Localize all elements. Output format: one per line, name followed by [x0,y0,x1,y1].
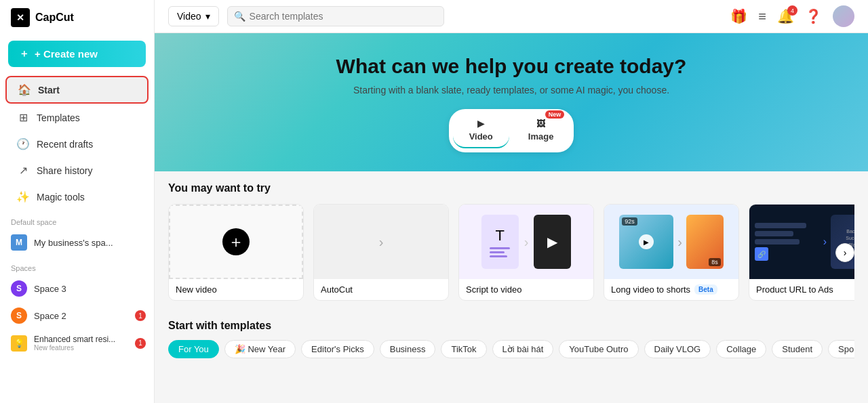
video-tab-icon: ▶ [477,119,484,129]
templates-icon: ⊞ [16,111,30,124]
template-tags-row: For You 🎉 New Year Editor's Picks Busine… [168,340,854,358]
hero-title: What can we help you create today? [168,55,854,78]
notification-icon[interactable]: 🔔 4 [777,8,794,24]
script-thumb: T › ▶ [459,205,593,279]
arrow-right-icon: › [379,210,384,274]
default-space-name: My business's spa... [34,238,113,248]
script-to-video-card[interactable]: T › ▶ Script to video [458,204,594,301]
long-video-card[interactable]: 92s ▶ › 8s Long video to shorts Beta [604,204,739,301]
magic-icon: ✨ [16,190,30,203]
new-badge: New [545,110,565,119]
autocut-label: AutoCut [314,279,448,300]
space2-item[interactable]: S Space 2 1 [0,302,154,329]
long-video-block1: 92s ▶ [619,215,673,269]
topbar: Video ▾ 🔍 🎁 ≡ 🔔 4 ❓ [155,0,868,33]
sidebar: ✕ CapCut ＋ + Create new 🏠 Start ← ⊞ Temp… [0,0,155,403]
tag-sport[interactable]: Sport [828,340,854,358]
clock-icon: 🕐 [16,137,30,150]
space3-item[interactable]: S Space 3 [0,275,154,302]
tag-daily-vlog[interactable]: Daily VLOG [644,340,711,358]
new-video-thumb: ＋ [169,205,303,279]
try-section: You may want to try ＋ New video New Fash… [155,171,868,312]
default-space-avatar: M [11,234,27,251]
try-section-title: You may want to try [168,182,854,194]
plus-circle-icon: ＋ [222,228,250,255]
search-wrapper: 🔍 [227,6,444,26]
plus-icon: ＋ [19,47,29,60]
tag-youtube-outro[interactable]: YouTube Outro [559,340,638,358]
create-new-button[interactable]: ＋ + Create new [8,41,146,67]
tag-business[interactable]: Business [380,340,436,358]
sidebar-item-share-history[interactable]: ↗ Share history [5,158,149,183]
menu-icon[interactable]: ≡ [758,9,766,24]
default-space-label: Default space [0,210,154,229]
space3-label: Space 3 [34,284,66,294]
sidebar-item-start[interactable]: 🏠 Start ← [5,76,149,104]
templates-section: Start with templates For You 🎉 New Year … [155,312,868,366]
sidebar-item-templates[interactable]: ⊞ Templates [5,105,149,130]
tag-collage[interactable]: Collage [716,340,766,358]
tag-loi-bai-hat[interactable]: Lời bài hát [492,340,554,358]
beta-badge: Beta [694,284,717,295]
content-area: What can we help you create today? Start… [155,33,868,403]
tag-student[interactable]: Student [772,340,823,358]
new-video-card[interactable]: ＋ New video [168,204,304,301]
autocut-card[interactable]: New Fashion Style › ▶ AutoCut [313,204,449,301]
hero-subtitle: Starting with a blank slate, ready templ… [168,85,854,96]
image-tab-icon: 🖼 [536,119,545,129]
link-icon: 🔗 [755,247,768,261]
lv-arrow-icon: › [677,234,682,250]
tag-for-you[interactable]: For You [168,340,219,358]
share-icon: ↗ [16,164,30,177]
spaces-label: Spaces [0,256,154,275]
main-content: Video ▾ 🔍 🎁 ≡ 🔔 4 ❓ What can we help you… [155,0,868,403]
tab-video[interactable]: ▶ Video [453,113,509,148]
gift-icon[interactable]: 🎁 [730,8,747,24]
space2-label: Space 2 [34,311,66,321]
long-video-label-text: Long video to shorts [611,284,690,295]
notification-badge: 4 [787,5,797,16]
logo-text: CapCut [35,12,74,24]
enhanced-smart-item[interactable]: 💡 Enhanced smart resi... New features 1 [0,329,154,357]
long-video-label: Long video to shorts Beta [604,279,738,300]
hero-tabs: ▶ Video New 🖼 Image [449,109,574,152]
space2-badge: 1 [135,310,146,321]
enhanced-sub: New features [34,344,115,352]
product-thumb: 🔗 › Back toSucce...BlackFrida... [749,205,854,279]
duration-tag2: 8s [709,258,721,266]
tag-tiktok[interactable]: TikTok [441,340,486,358]
sidebar-item-start-label: Start [38,85,60,96]
sidebar-item-templates-label: Templates [37,112,80,123]
home-icon: 🏠 [18,83,31,96]
hero-banner: What can we help you create today? Start… [155,33,868,171]
logo: ✕ CapCut [0,8,154,35]
tab-image[interactable]: New 🖼 Image [512,113,570,148]
sidebar-item-magic-tools-label: Magic tools [37,192,85,203]
tag-editors-picks[interactable]: Editor's Picks [301,340,374,358]
chevron-down-icon: ▾ [205,11,210,22]
script-text-icon: T [481,215,519,269]
tag-new-year[interactable]: 🎉 New Year [224,340,296,358]
product-left: 🔗 [755,223,819,261]
filter-dropdown[interactable]: Video ▾ [168,6,219,26]
default-space-item[interactable]: M My business's spa... [0,229,154,256]
enhanced-badge: 1 [135,338,146,349]
capcut-logo-icon: ✕ [11,8,30,27]
space2-avatar: S [11,307,27,324]
image-tab-label: Image [528,131,554,142]
new-video-label: New video [169,279,303,300]
product-url-label: Product URL to Ads [749,279,854,300]
help-icon[interactable]: ❓ [805,8,822,24]
carousel-next-button[interactable]: › [835,243,854,262]
autocut-thumb: New Fashion Style › ▶ [314,205,448,279]
enhanced-avatar: 💡 [11,335,27,352]
cards-row: ＋ New video New Fashion Style › ▶ [168,204,854,301]
sidebar-item-magic-tools[interactable]: ✨ Magic tools [5,184,149,209]
search-input[interactable] [227,6,444,26]
sidebar-item-share-history-label: Share history [37,165,92,176]
sidebar-item-recent-drafts[interactable]: 🕐 Recent drafts [5,131,149,156]
script-lines [486,247,514,257]
search-icon: 🔍 [234,11,245,22]
user-avatar[interactable] [833,5,854,27]
templates-section-title: Start with templates [168,320,854,332]
